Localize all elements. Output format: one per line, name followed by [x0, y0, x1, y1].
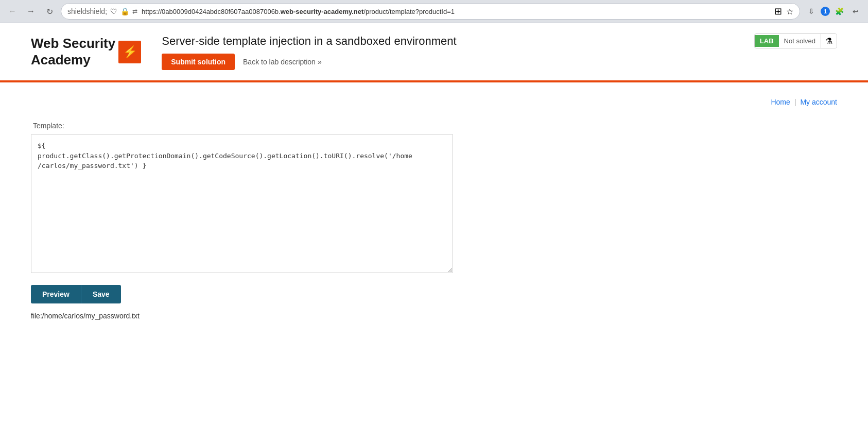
extensions-icon[interactable]: 🧩 — [832, 4, 846, 19]
url-display: https://0ab0009d0424abdc80f607aa0087006b… — [142, 8, 770, 15]
template-textarea[interactable]: ${ product.getClass().getProtectionDomai… — [31, 134, 453, 273]
logo: Web Security Academy ⚡ — [31, 36, 141, 67]
lab-flask-button[interactable]: ⚗ — [821, 34, 837, 48]
bookmark-icon[interactable]: ☆ — [786, 7, 793, 16]
tracking-icon: ⇄ — [132, 8, 137, 15]
security-icons: shieldshield; 🛡 🔒 ⇄ — [67, 7, 137, 15]
back-link-text: Back to lab description — [243, 58, 316, 66]
address-bar[interactable]: shieldshield; 🛡 🔒 ⇄ https://0ab0009d0424… — [61, 3, 800, 20]
forward-button[interactable]: → — [24, 4, 38, 19]
page-header: Web Security Academy ⚡ Server-side templ… — [0, 23, 868, 80]
logo-text-display: Web Security Academy — [31, 36, 115, 67]
logo-text: Web Security Academy — [31, 36, 115, 67]
save-button[interactable]: Save — [81, 285, 121, 303]
shield-icon: 🛡 — [110, 7, 117, 15]
header-actions: Submit solution Back to lab description … — [162, 54, 837, 70]
lab-title: Server-side template injection in a sand… — [162, 35, 456, 48]
lock-icon: 🔒 — [120, 7, 129, 15]
reload-button[interactable]: ↻ — [42, 4, 57, 19]
my-account-link[interactable]: My account — [800, 98, 837, 106]
browser-toolbar: ← → ↻ shieldshield; 🛡 🔒 ⇄ https://0ab000… — [0, 0, 868, 23]
logo-icon: ⚡ — [118, 41, 141, 63]
home-link[interactable]: Home — [771, 98, 790, 106]
header-right: Server-side template injection in a sand… — [162, 33, 837, 70]
lab-status-text: Not solved — [779, 35, 821, 47]
lab-badge: LAB — [755, 35, 779, 47]
result-text: file:/home/carlos/my_password.txt — [31, 312, 494, 320]
download-icon[interactable]: ⇩ — [804, 4, 819, 19]
main-content: Home | My account Template: ${ product.g… — [0, 82, 868, 366]
url-prefix: https://0ab0009d0424abdc80f607aa0087006b… — [142, 8, 281, 15]
template-label: Template: — [33, 122, 494, 130]
lab-status-badge: LAB Not solved ⚗ — [754, 33, 837, 48]
url-path: /product/template?productId=1 — [363, 8, 455, 15]
profile-icon[interactable]: ↩ — [848, 4, 863, 19]
submit-solution-button[interactable]: Submit solution — [162, 54, 235, 70]
button-row: Preview Save — [31, 285, 494, 303]
preview-button[interactable]: Preview — [31, 285, 81, 303]
toolbar-icons: ⇩ 1 🧩 ↩ — [804, 4, 863, 19]
nav-links: Home | My account — [31, 98, 837, 106]
lab-title-row: Server-side template injection in a sand… — [162, 33, 837, 48]
notification-badge: 1 — [821, 7, 830, 16]
back-to-lab-link[interactable]: Back to lab description » — [243, 58, 322, 66]
url-domain: web-security-academy.net — [281, 8, 364, 15]
qr-icon[interactable]: ⊞ — [774, 6, 782, 17]
shield-icon: shieldshield; — [67, 7, 107, 15]
browser-chrome: ← → ↻ shieldshield; 🛡 🔒 ⇄ https://0ab000… — [0, 0, 868, 23]
template-section: Template: ${ product.getClass().getProte… — [31, 122, 494, 320]
nav-separator: | — [794, 98, 796, 106]
chevron-right-icon: » — [318, 58, 322, 66]
back-button[interactable]: ← — [5, 4, 20, 19]
